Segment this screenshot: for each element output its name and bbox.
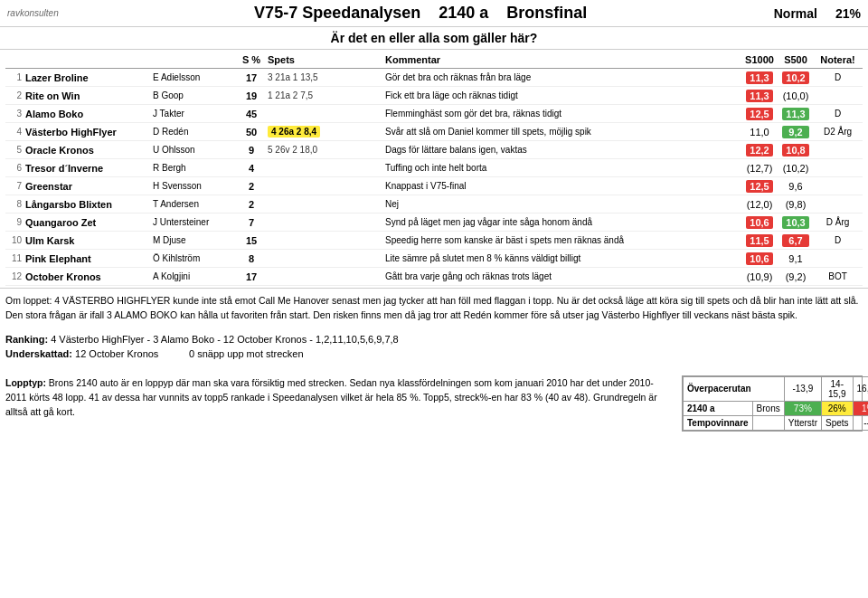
row-s1000: 11,3 — [741, 71, 778, 84]
s1000-value: 11,0 — [750, 127, 769, 138]
overpace-r1-label: 2140 a — [684, 401, 753, 415]
overpace-r1-c3: 1% — [853, 401, 868, 415]
row-num: 12 — [5, 271, 22, 281]
table-row: 3 Alamo Boko J Takter 45 Flemminghäst so… — [5, 105, 863, 123]
row-s500: 9,1 — [778, 253, 813, 264]
overpace-table: Överpacerutan -13,9 14-15,9 16,0+ 2140 a… — [682, 375, 863, 432]
row-horse: Quangaroo Zet — [22, 217, 153, 228]
lopptyp-text: Lopptyp: Brons 2140 auto är en loppyp dä… — [5, 375, 673, 432]
table-row: 12 October Kronos A Kolgjini 17 Gått bra… — [5, 268, 863, 286]
row-num: 11 — [5, 253, 22, 263]
column-headers: S % Spets Kommentar S1000 S500 Notera! — [5, 52, 863, 69]
s500-badge: 10,2 — [782, 71, 809, 84]
row-sp: 4 — [239, 163, 264, 174]
row-kommentar: Knappast i V75-final — [382, 181, 741, 191]
row-jockey: A Kolgjini — [153, 271, 239, 281]
table-row: 8 Långarsbo Blixten T Andersen 2 Nej (12… — [5, 195, 863, 214]
table-row: 2 Rite on Win B Goop 19 1 21a 2 7,5 Fick… — [5, 87, 863, 105]
row-horse: Ulm Karsk — [22, 235, 153, 246]
row-kommentar: Fick ett bra läge och räknas tidigt — [382, 90, 741, 100]
s500-value: (10,2) — [783, 163, 809, 174]
table-row: 4 Västerbo HighFlyer D Redén 50 4 26a 2 … — [5, 123, 863, 141]
col-s1000-header: S1000 — [741, 54, 778, 65]
row-jockey: M Djuse — [153, 235, 239, 245]
row-s1000: (12,0) — [741, 199, 778, 210]
row-spets: 3 21a 1 13,5 — [264, 72, 382, 82]
race-type: Bronsfinal — [506, 4, 587, 22]
row-jockey: T Andersen — [153, 199, 239, 209]
row-notera: D — [813, 109, 863, 119]
overpace-r2-type — [752, 415, 784, 430]
row-num: 6 — [5, 163, 22, 173]
row-s1000: 11,3 — [741, 90, 778, 102]
subtitle: Är det en eller alla som gäller här? — [0, 27, 868, 50]
s500-value: (9,8) — [786, 199, 807, 210]
s1000-value: (12,0) — [747, 199, 773, 210]
overpace-header-row: Överpacerutan -13,9 14-15,9 16,0+ — [684, 376, 869, 401]
race-mode: Normal — [774, 6, 817, 21]
s500-value: (9,2) — [786, 271, 807, 282]
overpace-h3: 16,0+ — [853, 376, 868, 401]
col-sp-header: S % — [239, 54, 264, 65]
s1000-badge: 11,3 — [746, 90, 773, 102]
row-sp: 9 — [239, 145, 264, 156]
row-s500: (9,8) — [778, 199, 813, 210]
row-sp: 15 — [239, 235, 264, 246]
row-kommentar: Speedig herre som kanske är bäst i spets… — [382, 235, 741, 245]
row-horse: Lazer Broline — [22, 72, 153, 83]
row-jockey: J Untersteiner — [153, 217, 239, 227]
overpace-r2-c3: --- — [853, 415, 868, 430]
row-notera: D — [813, 72, 863, 82]
s500-badge: 11,3 — [782, 108, 809, 120]
s1000-value: (12,7) — [747, 163, 773, 174]
row-kommentar: Gör det bra och räknas från bra läge — [382, 72, 741, 82]
col-s500-header: S500 — [778, 54, 813, 65]
s1000-badge: 12,2 — [746, 144, 773, 157]
overpace-r2-label: Tempovinnare — [684, 415, 753, 430]
overpace-r1-type: Brons — [752, 401, 784, 415]
row-sp: 19 — [239, 90, 264, 101]
table-row: 6 Tresor d´Inverne R Bergh 4 Tuffing och… — [5, 159, 863, 177]
table-row: 1 Lazer Broline E Adielsson 17 3 21a 1 1… — [5, 69, 863, 87]
row-s1000: 12,5 — [741, 180, 778, 193]
row-horse: Pink Elephant — [22, 253, 153, 264]
row-horse: Alamo Boko — [22, 109, 153, 119]
spets-text: 3 21a 1 13,5 — [268, 72, 318, 82]
row-kommentar: Nej — [382, 199, 741, 209]
row-jockey: Ö Kihlström — [153, 253, 239, 263]
overpace-title: Överpacerutan — [684, 376, 785, 401]
table-row: 7 Greenstar H Svensson 2 Knappast i V75-… — [5, 177, 863, 195]
row-s500: 10,2 — [778, 71, 813, 84]
logo: ravkonsulten — [7, 8, 59, 18]
overpace-h1: -13,9 — [784, 376, 821, 401]
row-spets: 4 26a 2 8,4 — [264, 126, 382, 138]
lopptyp-content: Brons 2140 auto är en loppyp där man ska… — [5, 377, 657, 418]
row-jockey: H Svensson — [153, 181, 239, 191]
s500-badge: 6,7 — [782, 234, 809, 247]
spets-badge: 4 26a 2 8,4 — [268, 126, 320, 138]
row-s500: (9,2) — [778, 271, 813, 282]
row-num: 4 — [5, 127, 22, 137]
s500-value: 9,1 — [788, 253, 802, 264]
row-s1000: 12,5 — [741, 108, 778, 120]
row-kommentar: Tuffing och inte helt borta — [382, 163, 741, 173]
row-jockey: U Ohlsson — [153, 145, 239, 155]
row-sp: 17 — [239, 72, 264, 83]
s1000-badge: 10,6 — [746, 216, 773, 229]
header: ravkonsulten V75-7 Speedanalysen 2140 a … — [0, 0, 868, 27]
row-s500: 10,8 — [778, 144, 813, 157]
ranking-line: Ranking: 4 Västerbo HighFlyer - 3 Alamo … — [5, 334, 863, 345]
header-title: V75-7 Speedanalysen 2140 a Bronsfinal — [68, 4, 774, 23]
underskattad-label: Underskattad: — [5, 348, 72, 359]
s1000-badge: 11,5 — [746, 234, 773, 247]
row-kommentar: Gått bra varje gång och räknas trots läg… — [382, 271, 741, 281]
overpace-h2: 14-15,9 — [821, 376, 853, 401]
row-jockey: E Adielsson — [153, 72, 239, 82]
underskattad-text: 0 snäpp upp mot strecken — [189, 348, 304, 359]
table-row: 10 Ulm Karsk M Djuse 15 Speedig herre so… — [5, 232, 863, 250]
lopptyp-section: Lopptyp: Brons 2140 auto är en loppyp dä… — [0, 370, 868, 437]
row-s500: (10,0) — [778, 90, 813, 101]
s500-value: 9,6 — [788, 181, 802, 192]
row-horse: Västerbo HighFlyer — [22, 127, 153, 138]
row-notera: BOT — [813, 271, 863, 281]
